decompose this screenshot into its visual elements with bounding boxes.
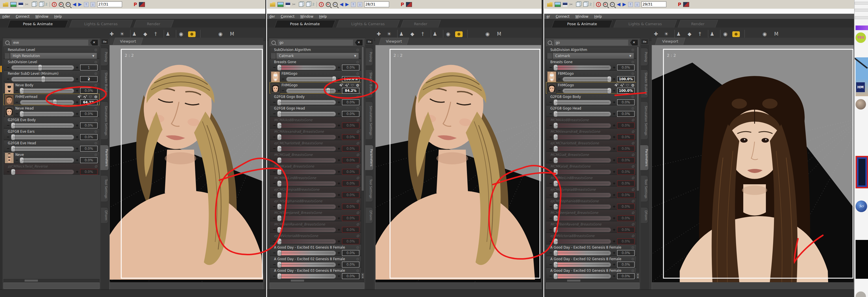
slider-thumb[interactable] (332, 76, 336, 82)
copy-icon[interactable] (32, 2, 36, 7)
aux-viewport-icon[interactable]: ◉ (761, 30, 769, 38)
shaping-preset-icon[interactable]: ♟ (708, 30, 716, 38)
param-slider[interactable] (277, 112, 336, 116)
slider-increment[interactable]: + (337, 215, 341, 221)
slider-thumb[interactable] (277, 192, 281, 198)
video-thumbnail-dark[interactable] (856, 240, 868, 279)
param-value[interactable]: 0.0% (342, 250, 359, 256)
gear-icon[interactable]: ⚙ (631, 153, 634, 157)
param-slider[interactable] (277, 274, 336, 279)
slider-decrement[interactable]: − (273, 123, 276, 128)
video-thumbnail-crane[interactable]: HM (856, 57, 868, 96)
param-slider[interactable] (554, 65, 611, 70)
page-number-field[interactable] (642, 1, 666, 7)
param-slider[interactable] (11, 169, 74, 174)
slider-increment[interactable]: + (337, 192, 341, 198)
gear-icon[interactable]: ⚙ (356, 199, 359, 203)
param-value[interactable]: 0.0% (617, 64, 634, 71)
param-value[interactable]: 0.0% (342, 64, 359, 71)
slider-increment[interactable]: + (613, 239, 616, 244)
slider-decrement[interactable]: − (273, 134, 276, 140)
pose-preset-icon[interactable]: † (696, 30, 704, 38)
broken-link-icon[interactable] (620, 83, 624, 87)
character-preset-icon[interactable]: ♟ (675, 30, 683, 38)
link-icon[interactable] (614, 83, 618, 87)
purple-banner[interactable] (856, 26, 868, 30)
slider-increment[interactable]: + (337, 181, 341, 186)
param-value[interactable]: 100.0% (617, 88, 634, 93)
slider-thumb[interactable] (277, 99, 281, 106)
slider-decrement[interactable]: − (273, 227, 276, 233)
preview-image-icon[interactable] (406, 2, 412, 7)
gear-icon[interactable]: ⚙ (356, 153, 359, 157)
tab-render[interactable]: Render (678, 20, 718, 28)
tab-lights-cameras[interactable]: Lights & Cameras (69, 20, 132, 28)
slider-decrement[interactable]: − (549, 215, 552, 221)
gear-icon[interactable]: ⚙ (94, 48, 97, 52)
slider-increment[interactable]: + (613, 273, 616, 279)
gear-icon[interactable]: ⚙ (356, 222, 359, 226)
slider-increment[interactable]: + (337, 273, 341, 279)
param-value[interactable]: 0.0% (617, 192, 634, 198)
param-value[interactable]: 0.0% (617, 111, 634, 117)
slider-increment[interactable]: + (75, 76, 79, 82)
slider-decrement[interactable]: − (273, 64, 276, 71)
slider-increment[interactable]: + (75, 146, 79, 152)
morphs-icon[interactable]: M (495, 30, 503, 38)
slider-thumb[interactable] (277, 227, 281, 233)
gear-icon[interactable]: ⚙ (356, 246, 359, 249)
slider-thumb[interactable] (277, 262, 281, 268)
slider-thumb[interactable] (277, 204, 281, 210)
preview-image-icon[interactable] (139, 2, 145, 7)
favorite-heart-icon[interactable]: ♡ (89, 95, 92, 99)
gear-icon[interactable]: ⚙ (631, 72, 634, 76)
horizontal-scrollbar[interactable] (3, 279, 99, 282)
slider-thumb[interactable] (277, 157, 281, 163)
slider-thumb[interactable] (554, 262, 558, 268)
param-slider[interactable] (11, 65, 74, 70)
gear-icon[interactable]: ⚙ (631, 246, 634, 249)
slider-thumb[interactable] (554, 169, 558, 175)
two-icon[interactable]: 2 (312, 2, 314, 7)
vertical-tab-dform[interactable]: DForm (366, 207, 373, 223)
slider-increment[interactable]: + (337, 134, 341, 140)
image-file-icon[interactable] (555, 2, 561, 7)
vertical-tab-dform[interactable]: DForm (101, 207, 108, 223)
slider-decrement[interactable]: − (273, 239, 276, 244)
3d-render[interactable]: 2 : 2 (110, 45, 263, 282)
gear-icon[interactable]: ⚙ (356, 211, 359, 215)
slider-decrement[interactable]: − (7, 76, 10, 82)
tab-pose-animate[interactable]: Pose & Animate (552, 20, 613, 28)
search-input[interactable] (554, 39, 628, 46)
menu-item-connect[interactable]: Connect (281, 15, 294, 19)
vertical-tab-tool-settings[interactable]: Tool Settings (101, 175, 108, 202)
morphs-icon[interactable]: M (772, 30, 780, 38)
broken-link-icon[interactable] (83, 95, 87, 99)
p-button[interactable]: P (134, 2, 137, 7)
param-value[interactable]: 0.0% (80, 111, 97, 117)
slider-decrement[interactable]: − (549, 169, 552, 175)
slider-decrement[interactable]: − (549, 111, 552, 117)
shaping-preset-icon[interactable]: ♟ (431, 30, 439, 38)
param-slider[interactable] (562, 88, 611, 93)
param-value[interactable]: 0.0% (342, 99, 359, 105)
gear-icon[interactable]: ⚙ (356, 95, 359, 99)
param-slider[interactable] (277, 193, 336, 198)
zoom-out-icon[interactable]: − (610, 2, 615, 7)
slider-decrement[interactable]: − (273, 250, 276, 256)
slider-increment[interactable]: + (613, 181, 616, 186)
vertical-tab-parameters[interactable]: Parameters (640, 145, 649, 170)
param-slider[interactable] (286, 77, 336, 82)
param-value[interactable]: 0.0% (80, 123, 97, 128)
gear-icon[interactable]: ⚙ (94, 60, 97, 64)
pose-preset-icon[interactable]: † (418, 30, 427, 38)
vertical-tab-shader-builder[interactable]: Shader Builder (101, 70, 108, 98)
viewport-tab[interactable]: Viewport (379, 38, 409, 45)
slider-increment[interactable]: + (613, 64, 616, 71)
vertical-tab-shader-builder[interactable]: Shader Builder (641, 70, 648, 98)
slider-decrement[interactable]: − (549, 181, 552, 186)
back-icon[interactable]: ◀ (340, 2, 343, 7)
gear-icon[interactable]: ⚙ (631, 257, 634, 261)
gear-icon[interactable]: ⚙ (631, 222, 634, 226)
slider-increment[interactable]: + (613, 88, 616, 93)
